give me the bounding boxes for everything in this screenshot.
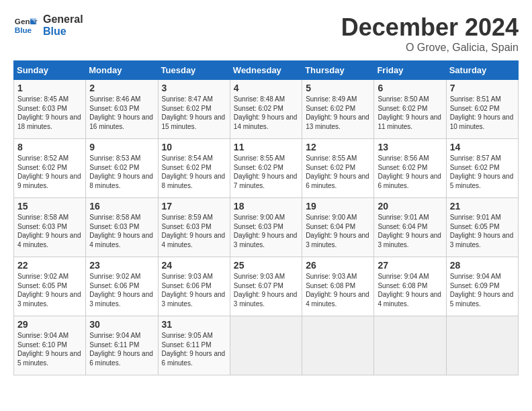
day-number: 3 xyxy=(162,83,226,93)
week-row-1: 8 Sunrise: 8:52 AM Sunset: 6:02 PM Dayli… xyxy=(14,139,519,198)
cell-info: Sunrise: 9:03 AM Sunset: 6:08 PM Dayligh… xyxy=(306,272,370,308)
header-tuesday: Tuesday xyxy=(158,61,230,80)
week-row-2: 15 Sunrise: 8:58 AM Sunset: 6:03 PM Dayl… xyxy=(14,198,519,257)
calendar-table: SundayMondayTuesdayWednesdayThursdayFrid… xyxy=(13,60,519,375)
cell-info: Sunrise: 8:55 AM Sunset: 6:02 PM Dayligh… xyxy=(306,154,370,190)
cell-info: Sunrise: 8:48 AM Sunset: 6:02 PM Dayligh… xyxy=(234,95,298,131)
day-number: 7 xyxy=(450,83,515,93)
calendar-cell: 9 Sunrise: 8:53 AM Sunset: 6:02 PM Dayli… xyxy=(86,139,158,198)
day-number: 28 xyxy=(450,260,515,271)
calendar-cell: 24 Sunrise: 9:03 AM Sunset: 6:06 PM Dayl… xyxy=(158,257,230,316)
day-number: 5 xyxy=(306,83,370,93)
calendar-cell: 15 Sunrise: 8:58 AM Sunset: 6:03 PM Dayl… xyxy=(14,198,86,257)
calendar-cell: 20 Sunrise: 9:01 AM Sunset: 6:04 PM Dayl… xyxy=(374,198,446,257)
calendar-cell: 8 Sunrise: 8:52 AM Sunset: 6:02 PM Dayli… xyxy=(14,139,86,198)
day-number: 9 xyxy=(89,142,154,152)
day-number: 11 xyxy=(234,142,298,152)
day-number: 27 xyxy=(378,260,442,271)
day-number: 25 xyxy=(234,260,298,271)
logo: General Blue General Blue xyxy=(13,13,83,38)
calendar-cell xyxy=(374,316,446,375)
cell-info: Sunrise: 8:53 AM Sunset: 6:02 PM Dayligh… xyxy=(89,154,154,190)
cell-info: Sunrise: 8:59 AM Sunset: 6:03 PM Dayligh… xyxy=(162,213,226,249)
cell-info: Sunrise: 9:00 AM Sunset: 6:04 PM Dayligh… xyxy=(306,213,370,249)
calendar-cell: 28 Sunrise: 9:04 AM Sunset: 6:09 PM Dayl… xyxy=(446,257,518,316)
cell-info: Sunrise: 8:57 AM Sunset: 6:02 PM Dayligh… xyxy=(450,154,515,190)
calendar-cell: 18 Sunrise: 9:00 AM Sunset: 6:03 PM Dayl… xyxy=(230,198,302,257)
day-number: 14 xyxy=(450,142,515,152)
day-number: 1 xyxy=(17,83,82,93)
cell-info: Sunrise: 9:04 AM Sunset: 6:10 PM Dayligh… xyxy=(17,331,82,367)
week-row-4: 29 Sunrise: 9:04 AM Sunset: 6:10 PM Dayl… xyxy=(14,316,519,375)
calendar-cell: 30 Sunrise: 9:04 AM Sunset: 6:11 PM Dayl… xyxy=(86,316,158,375)
day-number: 10 xyxy=(162,142,226,152)
cell-info: Sunrise: 8:51 AM Sunset: 6:02 PM Dayligh… xyxy=(450,95,515,131)
calendar-cell: 27 Sunrise: 9:04 AM Sunset: 6:08 PM Dayl… xyxy=(374,257,446,316)
cell-info: Sunrise: 8:56 AM Sunset: 6:02 PM Dayligh… xyxy=(378,154,442,190)
calendar-cell: 5 Sunrise: 8:49 AM Sunset: 6:02 PM Dayli… xyxy=(302,80,374,139)
cell-info: Sunrise: 9:04 AM Sunset: 6:11 PM Dayligh… xyxy=(89,331,154,367)
cell-info: Sunrise: 9:04 AM Sunset: 6:08 PM Dayligh… xyxy=(378,272,442,308)
location: O Grove, Galicia, Spain xyxy=(341,42,519,54)
calendar-cell: 26 Sunrise: 9:03 AM Sunset: 6:08 PM Dayl… xyxy=(302,257,374,316)
calendar-cell: 7 Sunrise: 8:51 AM Sunset: 6:02 PM Dayli… xyxy=(446,80,518,139)
calendar-cell: 6 Sunrise: 8:50 AM Sunset: 6:02 PM Dayli… xyxy=(374,80,446,139)
day-number: 26 xyxy=(306,260,370,271)
cell-info: Sunrise: 8:58 AM Sunset: 6:03 PM Dayligh… xyxy=(89,213,154,249)
title-block: December 2024 O Grove, Galicia, Spain xyxy=(341,13,519,54)
day-number: 17 xyxy=(162,201,226,212)
page-header: General Blue General Blue December 2024 … xyxy=(13,13,519,54)
cell-info: Sunrise: 8:55 AM Sunset: 6:02 PM Dayligh… xyxy=(234,154,298,190)
week-row-3: 22 Sunrise: 9:02 AM Sunset: 6:05 PM Dayl… xyxy=(14,257,519,316)
calendar-cell xyxy=(302,316,374,375)
day-number: 22 xyxy=(17,260,82,271)
month-title: December 2024 xyxy=(341,13,519,42)
cell-info: Sunrise: 8:46 AM Sunset: 6:03 PM Dayligh… xyxy=(89,95,154,131)
calendar-cell xyxy=(446,316,518,375)
cell-info: Sunrise: 9:03 AM Sunset: 6:06 PM Dayligh… xyxy=(162,272,226,308)
header-wednesday: Wednesday xyxy=(230,61,302,80)
day-number: 2 xyxy=(89,83,154,93)
calendar-cell: 10 Sunrise: 8:54 AM Sunset: 6:02 PM Dayl… xyxy=(158,139,230,198)
day-number: 16 xyxy=(89,201,154,212)
header-monday: Monday xyxy=(86,61,158,80)
calendar-cell: 23 Sunrise: 9:02 AM Sunset: 6:06 PM Dayl… xyxy=(86,257,158,316)
calendar-cell: 1 Sunrise: 8:45 AM Sunset: 6:03 PM Dayli… xyxy=(14,80,86,139)
calendar-cell: 21 Sunrise: 9:01 AM Sunset: 6:05 PM Dayl… xyxy=(446,198,518,257)
cell-info: Sunrise: 8:49 AM Sunset: 6:02 PM Dayligh… xyxy=(306,95,370,131)
day-number: 13 xyxy=(378,142,442,152)
calendar-cell: 12 Sunrise: 8:55 AM Sunset: 6:02 PM Dayl… xyxy=(302,139,374,198)
calendar-cell: 2 Sunrise: 8:46 AM Sunset: 6:03 PM Dayli… xyxy=(86,80,158,139)
calendar-cell: 16 Sunrise: 8:58 AM Sunset: 6:03 PM Dayl… xyxy=(86,198,158,257)
day-number: 29 xyxy=(17,319,82,330)
svg-text:Blue: Blue xyxy=(15,26,32,34)
cell-info: Sunrise: 8:58 AM Sunset: 6:03 PM Dayligh… xyxy=(17,213,82,249)
day-number: 4 xyxy=(234,83,298,93)
cell-info: Sunrise: 8:47 AM Sunset: 6:02 PM Dayligh… xyxy=(162,95,226,131)
calendar-cell: 29 Sunrise: 9:04 AM Sunset: 6:10 PM Dayl… xyxy=(14,316,86,375)
day-number: 12 xyxy=(306,142,370,152)
day-number: 15 xyxy=(17,201,82,212)
logo-general: General xyxy=(43,13,83,26)
day-number: 21 xyxy=(450,201,515,212)
day-number: 30 xyxy=(89,319,154,330)
logo-blue: Blue xyxy=(43,26,83,38)
calendar-body: 1 Sunrise: 8:45 AM Sunset: 6:03 PM Dayli… xyxy=(14,80,519,375)
day-number: 31 xyxy=(162,319,226,330)
cell-info: Sunrise: 9:04 AM Sunset: 6:09 PM Dayligh… xyxy=(450,272,515,308)
day-number: 23 xyxy=(89,260,154,271)
cell-info: Sunrise: 9:00 AM Sunset: 6:03 PM Dayligh… xyxy=(234,213,298,249)
cell-info: Sunrise: 9:03 AM Sunset: 6:07 PM Dayligh… xyxy=(234,272,298,308)
header-thursday: Thursday xyxy=(302,61,374,80)
calendar-cell: 11 Sunrise: 8:55 AM Sunset: 6:02 PM Dayl… xyxy=(230,139,302,198)
cell-info: Sunrise: 8:54 AM Sunset: 6:02 PM Dayligh… xyxy=(162,154,226,190)
cell-info: Sunrise: 9:02 AM Sunset: 6:05 PM Dayligh… xyxy=(17,272,82,308)
week-row-0: 1 Sunrise: 8:45 AM Sunset: 6:03 PM Dayli… xyxy=(14,80,519,139)
cell-info: Sunrise: 9:02 AM Sunset: 6:06 PM Dayligh… xyxy=(89,272,154,308)
cell-info: Sunrise: 9:01 AM Sunset: 6:04 PM Dayligh… xyxy=(378,213,442,249)
cell-info: Sunrise: 9:05 AM Sunset: 6:11 PM Dayligh… xyxy=(162,331,226,367)
calendar-cell: 17 Sunrise: 8:59 AM Sunset: 6:03 PM Dayl… xyxy=(158,198,230,257)
calendar-cell xyxy=(230,316,302,375)
day-number: 20 xyxy=(378,201,442,212)
calendar-cell: 3 Sunrise: 8:47 AM Sunset: 6:02 PM Dayli… xyxy=(158,80,230,139)
